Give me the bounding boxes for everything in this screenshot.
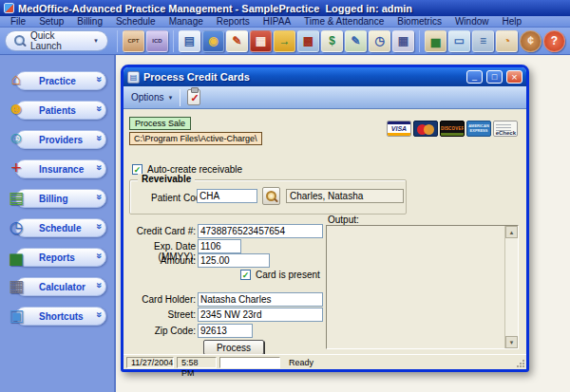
schedule-clock-icon: ◷ bbox=[4, 215, 28, 239]
toolbar-separator bbox=[180, 89, 180, 106]
maximize-button[interactable]: □ bbox=[486, 70, 503, 84]
document-edit-icon[interactable]: ✎ bbox=[226, 30, 248, 52]
dropdown-arrow-icon: ▼ bbox=[93, 38, 99, 44]
minimize-button[interactable]: _ bbox=[466, 70, 483, 84]
pie-chart-report-icon[interactable]: ◔ bbox=[496, 30, 518, 52]
card-present-checkbox[interactable]: ✓ bbox=[240, 270, 251, 280]
chevron-down-icon[interactable]: » bbox=[93, 194, 104, 199]
clipboard-check-icon[interactable]: ✓ bbox=[187, 89, 200, 105]
sidebar-item-providers[interactable]: ☺ Providers » bbox=[6, 129, 106, 150]
zip-code-label: Zip Code: bbox=[124, 326, 196, 336]
menu-setup[interactable]: Setup bbox=[32, 16, 70, 28]
zip-code-input[interactable] bbox=[198, 324, 253, 338]
sidebar-item-practice[interactable]: ⌂ Practice » bbox=[6, 70, 106, 91]
chevron-down-icon[interactable]: » bbox=[93, 135, 104, 140]
sidebar-item-schedule[interactable]: ◷ Schedule » bbox=[6, 217, 106, 238]
menu-billing[interactable]: Billing bbox=[70, 16, 109, 28]
menu-hipaa[interactable]: HIPAA bbox=[256, 16, 297, 28]
sidebar-item-label: Providers bbox=[39, 135, 83, 145]
patient-lookup-button[interactable] bbox=[262, 187, 280, 205]
help-icon[interactable]: ? bbox=[543, 30, 565, 52]
menu-biometrics[interactable]: Biometrics bbox=[390, 16, 448, 28]
dialog-icon: ▤ bbox=[127, 71, 140, 84]
network-computers-icon[interactable]: ≡ bbox=[472, 30, 494, 52]
dialog-statusbar: 11/27/2004 5:58 PM Ready bbox=[124, 354, 526, 369]
menu-window[interactable]: Window bbox=[448, 16, 496, 28]
chevron-down-icon[interactable]: » bbox=[93, 223, 104, 229]
bar-chart-report-icon[interactable]: ▅ bbox=[425, 30, 446, 52]
dialog-titlebar[interactable]: ▤ Process Credit Cards _ □ × bbox=[124, 67, 526, 86]
sidebar-item-patients[interactable]: ☻ Patients » bbox=[6, 100, 106, 121]
chevron-down-icon[interactable]: » bbox=[93, 252, 104, 258]
resize-grip[interactable] bbox=[522, 365, 524, 367]
document-calculator-icon[interactable]: ▦ bbox=[392, 30, 414, 52]
quick-launch-button[interactable]: Quick Launch ▼ bbox=[5, 30, 108, 51]
process-credit-cards-dialog: ▤ Process Credit Cards _ □ × Options ▼ ✓… bbox=[121, 65, 529, 372]
options-menu-button[interactable]: Options ▼ bbox=[131, 92, 173, 103]
toolbar-separator bbox=[419, 30, 420, 52]
chevron-down-icon[interactable]: » bbox=[93, 164, 104, 170]
status-date: 11/27/2004 bbox=[126, 357, 174, 368]
close-button[interactable]: × bbox=[506, 70, 522, 84]
card-logos: VISA DISCOVER AMERICAN EXPRESS eCheck bbox=[387, 121, 518, 137]
exp-date-input[interactable] bbox=[198, 239, 241, 253]
chevron-down-icon[interactable]: » bbox=[93, 311, 104, 317]
output-textarea[interactable]: ▲ ▼ bbox=[326, 225, 519, 349]
menu-help[interactable]: Help bbox=[495, 16, 528, 28]
card-holder-input[interactable] bbox=[198, 292, 323, 307]
sidebar-item-billing[interactable]: ▤ Billing » bbox=[6, 188, 106, 209]
chevron-down-icon[interactable]: » bbox=[93, 76, 104, 82]
amount-input[interactable] bbox=[198, 253, 270, 268]
visa-logo: VISA bbox=[387, 121, 411, 137]
cd-user-icon[interactable]: ◉ bbox=[202, 30, 224, 52]
sidebar-item-shortcuts[interactable]: ▣ Shortcuts » bbox=[6, 306, 106, 327]
calculator-icon: ▦ bbox=[4, 273, 28, 298]
sidebar-item-insurance[interactable]: + Insurance » bbox=[6, 159, 106, 179]
process-button[interactable]: Process bbox=[203, 340, 264, 355]
providers-doctor-icon: ☺ bbox=[4, 126, 28, 151]
main-toolbar: Quick Launch ▼ CPT ICD ▤ ◉ ✎ ▦ → ▩ $ ✎ ◷… bbox=[0, 28, 570, 55]
sidebar-item-calculator[interactable]: ▦ Calculator » bbox=[6, 276, 106, 297]
document-clock-icon[interactable]: ◷ bbox=[369, 30, 390, 52]
app-title: MedOffice-Advanced Practice Management -… bbox=[18, 3, 412, 14]
echeck-logo: eCheck bbox=[493, 121, 518, 137]
discover-logo: DISCOVER bbox=[440, 121, 465, 137]
workstation-icon[interactable]: ▩ bbox=[297, 30, 319, 52]
street-input[interactable] bbox=[198, 308, 323, 322]
sidebar-item-reports[interactable]: ▅ Reports » bbox=[6, 247, 106, 268]
facility-camera-icon[interactable]: ▦ bbox=[250, 30, 272, 52]
menu-reports[interactable]: Reports bbox=[210, 16, 256, 28]
shortcuts-window-icon: ▣ bbox=[4, 303, 28, 327]
toolbar-separator bbox=[173, 30, 174, 52]
status-time: 5:58 PM bbox=[177, 357, 217, 368]
billing-dollar-icon[interactable]: $ bbox=[321, 30, 343, 52]
menu-schedule[interactable]: Schedule bbox=[109, 16, 162, 28]
monitor-display-icon[interactable]: ▭ bbox=[448, 30, 470, 52]
sidebar-item-label: Practice bbox=[39, 76, 76, 86]
dialog-toolbar: Options ▼ ✓ bbox=[124, 86, 526, 109]
penny-coin-icon[interactable]: ¢ bbox=[520, 30, 542, 52]
patient-id-card-icon[interactable]: ▤ bbox=[179, 30, 200, 52]
credit-card-input[interactable] bbox=[198, 224, 323, 238]
cpt-codes-icon[interactable]: CPT bbox=[123, 30, 144, 52]
main-titlebar: MedOffice-Advanced Practice Management -… bbox=[0, 0, 570, 16]
menu-file[interactable]: File bbox=[4, 16, 32, 28]
scroll-up-icon[interactable]: ▲ bbox=[505, 226, 518, 238]
dropdown-arrow-icon: ▼ bbox=[167, 95, 173, 101]
output-scrollbar[interactable]: ▲ ▼ bbox=[504, 226, 518, 348]
patients-people-icon: ☻ bbox=[4, 97, 28, 121]
card-present-label: Card is present bbox=[256, 270, 320, 280]
patient-name-display: Charles, Natasha bbox=[286, 189, 404, 203]
patient-code-input[interactable] bbox=[197, 189, 257, 203]
chevron-down-icon[interactable]: » bbox=[93, 282, 104, 288]
patient-transfer-icon[interactable]: → bbox=[274, 30, 295, 52]
superbill-edit-icon[interactable]: ✎ bbox=[345, 30, 367, 52]
icd-codes-icon[interactable]: ICD bbox=[146, 30, 168, 52]
menu-manage[interactable]: Manage bbox=[162, 16, 210, 28]
chevron-down-icon[interactable]: » bbox=[93, 105, 104, 111]
menu-time-attendance[interactable]: Time & Attendance bbox=[297, 16, 390, 28]
scroll-down-icon[interactable]: ▼ bbox=[505, 336, 518, 348]
sidebar-item-label: Schedule bbox=[39, 223, 81, 233]
dialog-content: Process Sale C:\Program Files\Active-Cha… bbox=[124, 109, 526, 354]
sidebar-item-label: Calculator bbox=[39, 282, 86, 292]
